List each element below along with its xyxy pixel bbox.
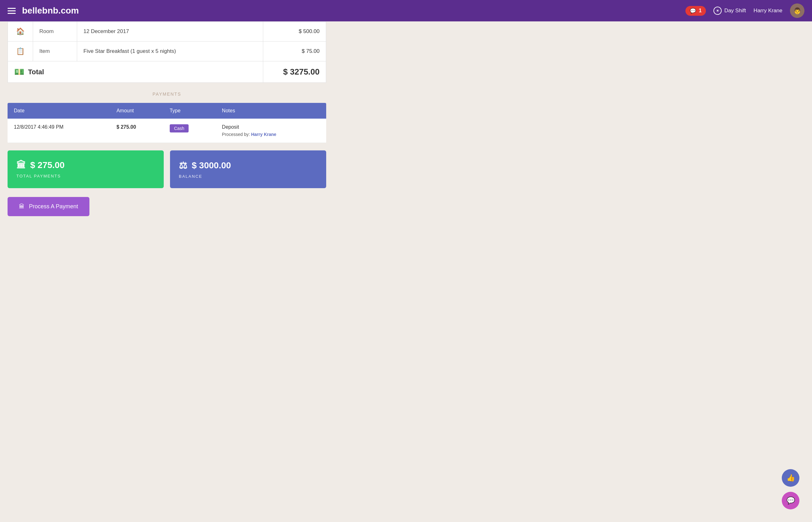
shift-indicator: ☀ Day Shift (713, 6, 746, 15)
shift-label: Day Shift (724, 7, 746, 14)
payment-type: Cash (163, 119, 216, 143)
total-payments-amount: $ 275.00 (30, 160, 64, 170)
item-amount: $ 75.00 (263, 42, 326, 61)
item-label: Item (33, 42, 77, 61)
total-amount: $ 3275.00 (263, 61, 326, 83)
item-description: Five Star Breakfast (1 guest x 5 nights) (77, 42, 263, 61)
total-label: Total (28, 68, 44, 76)
room-description: 12 December 2017 (77, 22, 263, 42)
chat-fab[interactable]: 💬 (782, 492, 799, 509)
avatar-icon: 👨 (793, 7, 801, 15)
payment-note: Deposit (222, 124, 320, 130)
total-payments-label: TOTAL PAYMENTS (16, 174, 155, 178)
balance-label: BALANCE (179, 174, 317, 179)
payment-date: 12/8/2017 4:46:49 PM (7, 119, 110, 143)
payments-section: PAYMENTS Date Amount Type Notes 12/8/201… (7, 92, 326, 216)
invoice-table: 🏠 Room 12 December 2017 $ 500.00 📋 Item … (7, 21, 326, 83)
user-name: Harry Krane (753, 7, 782, 14)
payment-row: 12/8/2017 4:46:49 PM $ 275.00 Cash Depos… (7, 119, 326, 143)
main-content: 🏠 Room 12 December 2017 $ 500.00 📋 Item … (0, 21, 334, 229)
balance-top: ⚖ $ 3000.00 (179, 160, 317, 171)
process-payment-icon: 🏛 (19, 203, 24, 210)
balance-card: ⚖ $ 3000.00 BALANCE (170, 150, 326, 188)
payments-header-row: Date Amount Type Notes (7, 103, 326, 119)
bank-icon: 🏛 (16, 160, 26, 170)
payments-title: PAYMENTS (7, 92, 326, 97)
process-payment-label: Process A Payment (29, 203, 78, 210)
total-icon: 💵 (14, 67, 24, 77)
chat-icon: 💬 (690, 8, 696, 14)
notification-badge[interactable]: 💬 1 (685, 6, 706, 16)
room-amount: $ 500.00 (263, 22, 326, 42)
total-payments-top: 🏛 $ 275.00 (16, 160, 155, 170)
payment-notes: Deposit Processed by: Harry Krane (216, 119, 326, 143)
processed-by: Processed by: Harry Krane (222, 132, 320, 137)
thumbs-up-fab[interactable]: 👍 (782, 469, 799, 487)
processed-by-label: Processed by: (222, 132, 250, 137)
cash-badge: Cash (170, 124, 189, 133)
col-date: Date (7, 103, 110, 119)
notification-count: 1 (699, 8, 701, 14)
app-logo: bellebnb.com (22, 6, 685, 16)
invoice-room-row: 🏠 Room 12 December 2017 $ 500.00 (8, 22, 326, 42)
payment-amount: $ 275.00 (110, 119, 163, 143)
invoice-item-row: 📋 Item Five Star Breakfast (1 guest x 5 … (8, 42, 326, 61)
summary-cards: 🏛 $ 275.00 TOTAL PAYMENTS ⚖ $ 3000.00 BA… (7, 150, 326, 188)
payments-table: Date Amount Type Notes 12/8/2017 4:46:49… (7, 103, 326, 143)
col-notes: Notes (216, 103, 326, 119)
invoice-total-row: 💵 Total $ 3275.00 (8, 61, 326, 83)
col-amount: Amount (110, 103, 163, 119)
item-icon: 📋 (8, 42, 33, 61)
processed-by-name: Harry Krane (251, 132, 276, 137)
thumbs-up-icon: 👍 (787, 474, 795, 482)
room-icon: 🏠 (8, 22, 33, 42)
fab-container: 👍 💬 (782, 469, 799, 509)
app-header: bellebnb.com 💬 1 ☀ Day Shift Harry Krane… (0, 0, 812, 21)
col-type: Type (163, 103, 216, 119)
chat-fab-icon: 💬 (787, 497, 795, 505)
room-label: Room (33, 22, 77, 42)
balance-amount: $ 3000.00 (192, 160, 231, 170)
shift-icon: ☀ (713, 6, 722, 15)
user-avatar: 👨 (790, 3, 805, 18)
menu-button[interactable] (7, 8, 16, 14)
balance-icon: ⚖ (179, 160, 187, 171)
header-right: 💬 1 ☀ Day Shift Harry Krane 👨 (685, 3, 805, 18)
total-payments-card: 🏛 $ 275.00 TOTAL PAYMENTS (7, 150, 164, 188)
process-payment-button[interactable]: 🏛 Process A Payment (7, 197, 90, 216)
